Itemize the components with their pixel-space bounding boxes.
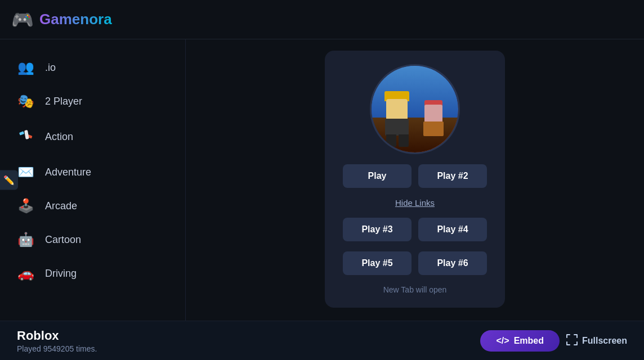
play3-button[interactable]: Play #3 — [343, 218, 412, 241]
game-plays: Played 9549205 times. — [17, 344, 469, 353]
sidebar-item-2player[interactable]: 🎭 2 Player — [0, 84, 185, 118]
sidebar-item-label-2player: 2 Player — [45, 96, 82, 107]
fullscreen-icon — [566, 334, 578, 348]
content-area: Play Play #2 Hide Links Play #3 Play #4 … — [186, 39, 644, 321]
sidebar-item-label-driving: Driving — [45, 268, 77, 280]
sidebar: 👥 .io 🎭 2 Player Action ✉️ Adventure — [0, 39, 186, 321]
char-head-side — [424, 105, 442, 123]
game-thumbnail — [370, 64, 460, 154]
char-legs-right — [399, 134, 409, 147]
io-icon: 👥 — [17, 60, 35, 75]
sidebar-item-label-io: .io — [45, 62, 56, 74]
play6-button[interactable]: Play #6 — [418, 251, 487, 275]
char-head-main — [386, 99, 408, 120]
char-side — [422, 105, 450, 144]
header: 🎮 Gamenora — [0, 0, 644, 39]
sidebar-item-cartoon[interactable]: 🤖 Cartoon — [0, 223, 185, 256]
action-icon — [17, 127, 35, 146]
adventure-icon: ✉️ — [17, 164, 35, 180]
extra-play-row-2: Play #5 Play #6 — [343, 251, 487, 275]
pencil-icon: ✏️ — [3, 176, 15, 185]
game-info: Roblox Played 9549205 times. — [17, 328, 469, 353]
char-legs-left — [386, 134, 396, 147]
sidebar-item-label-cartoon: Cartoon — [45, 234, 81, 246]
game-thumbnail-inner — [372, 66, 458, 152]
sidebar-item-label-action: Action — [45, 131, 73, 143]
driving-icon: 🚗 — [17, 266, 35, 281]
sidebar-item-adventure[interactable]: ✉️ Adventure — [0, 155, 185, 189]
hide-links[interactable]: Hide Links — [395, 198, 435, 208]
sidebar-item-label-arcade: Arcade — [45, 200, 77, 212]
play-button[interactable]: Play — [343, 164, 412, 188]
pencil-tab[interactable]: ✏️ — [0, 170, 18, 190]
game-title: Roblox — [17, 328, 469, 343]
char-main — [382, 99, 418, 147]
svg-rect-2 — [24, 130, 29, 140]
new-tab-note: New Tab will open — [383, 285, 447, 294]
game-card: Play Play #2 Hide Links Play #3 Play #4 … — [325, 51, 505, 308]
logo-icon: 🎮 — [11, 9, 34, 30]
logo-text: Gamenora — [39, 11, 112, 28]
embed-button[interactable]: </> Embed — [480, 330, 559, 352]
char-body-main — [385, 119, 409, 136]
sidebar-item-io[interactable]: 👥 .io — [0, 51, 185, 84]
sidebar-item-driving[interactable]: 🚗 Driving — [0, 256, 185, 290]
arcade-icon: 🕹️ — [17, 198, 35, 214]
play5-button[interactable]: Play #5 — [343, 251, 412, 275]
char-body-side — [423, 122, 444, 136]
2player-icon: 🎭 — [17, 93, 35, 109]
sidebar-item-label-adventure: Adventure — [45, 166, 91, 178]
extra-play-row-1: Play #3 Play #4 — [343, 218, 487, 241]
play4-button[interactable]: Play #4 — [418, 218, 487, 241]
logo-area: 🎮 Gamenora — [11, 9, 112, 30]
svg-rect-0 — [19, 131, 24, 135]
sidebar-item-action[interactable]: Action — [0, 118, 185, 155]
play-buttons-row: Play Play #2 — [343, 164, 487, 188]
bottom-bar: Roblox Played 9549205 times. </> Embed F… — [0, 321, 644, 360]
embed-label: Embed — [514, 336, 544, 346]
sidebar-item-arcade[interactable]: 🕹️ Arcade — [0, 189, 185, 223]
main-layout: 👥 .io 🎭 2 Player Action ✉️ Adventure — [0, 39, 644, 321]
play2-button[interactable]: Play #2 — [418, 164, 487, 188]
cartoon-icon: 🤖 — [17, 232, 35, 248]
bottom-actions: </> Embed Fullscreen — [480, 330, 627, 352]
fullscreen-label: Fullscreen — [582, 336, 627, 346]
fullscreen-button[interactable]: Fullscreen — [566, 334, 627, 348]
embed-code-icon: </> — [496, 336, 509, 346]
